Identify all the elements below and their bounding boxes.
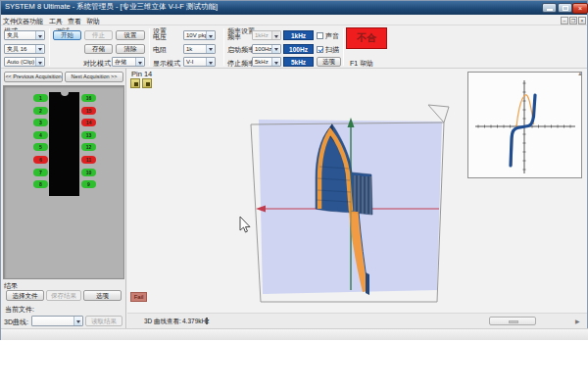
view-control-button-2[interactable] [142,78,152,88]
toolbar-separator [343,28,344,66]
scroll-right-icon[interactable]: ▶ [575,318,580,324]
vi-curve-inset [467,72,582,178]
chevron-down-icon [271,58,279,66]
stop-frequency-select[interactable]: 5kHz [252,57,281,67]
chip-pin-13: 13 [81,131,96,139]
child-close-button[interactable]: × [578,17,586,24]
next-acquisition-button[interactable]: Next Acquisition >> [65,72,123,82]
voltage-label: 电压 [153,32,167,42]
chip-pin-3: 3 [33,119,48,126]
chip-pin-2: 2 [33,107,48,115]
start-button[interactable]: 开始 [53,30,81,40]
inset-measured-curve [511,95,535,166]
fixture-size-select[interactable]: 夹具 16 [4,44,45,54]
minimize-button[interactable] [542,3,557,13]
chip-pin-11: 11 [81,156,96,164]
checkbox-icon [317,32,323,39]
toolbar-separator [149,28,150,66]
start-frequency-display: 100Hz [283,44,314,54]
display-mode-label: 显示模式 [153,59,180,69]
current-file-label: 当前文件: [5,305,34,315]
freq-options-button[interactable]: 选项 [317,57,341,67]
chip-body [49,92,79,196]
test-settings-button[interactable]: 设置 [116,30,145,40]
resistance-select[interactable]: 1k [183,44,216,54]
acquisition-panel: << Previous Acquisition Next Acquisition… [1,69,126,328]
chip-pin-1: 1 [33,94,48,102]
chip-pins-left: 12345678 [33,94,48,188]
fixture-select[interactable]: 夹具 [4,30,45,40]
sound-checkbox[interactable]: 声音 [317,31,339,41]
stop-button[interactable]: 停止 [84,30,113,40]
display-mode-select[interactable]: V-I [183,57,216,67]
chevron-down-icon [206,58,214,66]
compare-mode-select[interactable]: 存储 [112,57,145,67]
scrollbar-grip-icon [509,320,518,323]
title-bar: SYSTEM 8 Ultimate - 系统管理员 - [专业三维立体 V-I-… [1,1,587,15]
curve-view-label: 3D 曲线查看: [144,318,181,326]
chevron-down-icon [206,31,214,39]
chip-pin-8: 8 [33,180,48,188]
curve-select[interactable] [31,316,83,326]
frequency-label: 频率 [227,32,241,42]
clear-button[interactable]: 清除 [116,44,145,54]
frequency-select[interactable]: 1kHz [252,30,281,40]
stop-frequency-label: 停止频率 [227,59,255,69]
chip-pin-16: 16 [81,94,96,102]
view-control-button-1[interactable] [130,78,140,88]
chevron-down-icon [271,45,279,53]
checkbox-checked-icon [317,46,323,53]
start-frequency-select[interactable]: 100Hz [252,44,281,54]
auto-clip-select[interactable]: Auto (Clip) [4,57,45,67]
mouse-cursor [240,217,250,232]
frequency-display: 1kHz [283,30,314,40]
screen: SYSTEM 8 Ultimate - 系统管理员 - [专业三维立体 V-I-… [0,0,588,392]
scan-checkbox[interactable]: 扫描 [317,45,339,55]
resistance-label: 电阻 [153,45,167,55]
chevron-down-icon [135,58,143,66]
curve-view-bar: 3D 曲线查看: 4.379kHz ▶ [127,313,587,328]
curve-select-label: 3D曲线: [4,318,28,327]
child-restore-button[interactable]: ❐ [569,17,577,24]
chip-pin-6: 6 [33,156,48,164]
verdict-badge: 不合 [346,27,387,49]
horizontal-scrollbar-thumb[interactable] [489,317,536,325]
curve-position-marker[interactable] [206,318,208,324]
read-result-button[interactable]: 读取结果 [85,316,122,326]
chip-pin-15: 15 [81,107,96,115]
menu-bar: 文件 仪器功能 工具 查看 帮助 – ❐ × [1,15,587,25]
fail-badge: Fail [130,292,147,302]
child-minimize-button[interactable]: – [561,17,568,24]
chevron-down-icon [35,58,43,66]
view-tool-icon [146,82,150,86]
chevron-down-icon [35,45,43,53]
view-tool-icon [134,82,138,86]
maximize-button[interactable] [558,3,572,13]
voltage-select[interactable]: 10V pkpk [183,30,216,40]
chip-pin-5: 5 [33,143,48,151]
chevron-down-icon [271,31,279,39]
compare-mode-label: 对比模式 [83,59,111,69]
chip-pin-10: 10 [81,169,96,176]
toolbar-separator [223,28,224,66]
select-file-button[interactable]: 选择文件 [6,290,44,301]
status-strip [1,328,588,340]
stop-frequency-display: 5kHz [283,57,314,67]
close-icon: × [578,5,582,12]
save-result-button[interactable]: 保存结果 [46,290,81,301]
chip-pin-12: 12 [81,143,96,151]
scroll-up-icon[interactable]: ▲ [577,71,583,76]
toolbar-separator [49,28,50,66]
chip-notch [61,92,69,96]
previous-acquisition-button[interactable]: << Previous Acquisition [4,72,63,82]
vi-curve-plot [468,73,581,177]
results-options-button[interactable]: 选项 [83,290,122,301]
f1-help-label: F1 帮助 [350,59,373,69]
close-button[interactable]: × [572,3,588,14]
store-button[interactable]: 存储 [84,44,113,54]
maximize-icon [563,6,568,11]
box-back-corner [428,105,449,122]
chip-pin-7: 7 [33,169,48,176]
curve-viewport-panel: Pin 14 [127,69,587,328]
minimize-icon [547,9,553,11]
